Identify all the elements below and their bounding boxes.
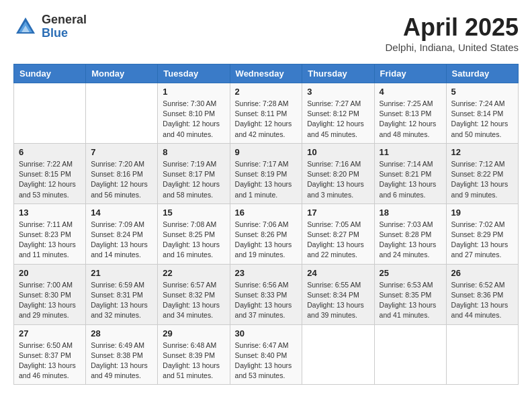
table-row: 7Sunrise: 7:20 AM Sunset: 8:16 PM Daylig… <box>86 143 158 203</box>
table-row: 20Sunrise: 7:00 AM Sunset: 8:30 PM Dayli… <box>14 264 86 324</box>
table-row: 5Sunrise: 7:24 AM Sunset: 8:14 PM Daylig… <box>446 83 518 144</box>
table-row: 26Sunrise: 6:52 AM Sunset: 8:36 PM Dayli… <box>446 264 518 324</box>
calendar-week-row: 27Sunrise: 6:50 AM Sunset: 8:37 PM Dayli… <box>14 324 519 385</box>
day-number: 29 <box>163 328 224 338</box>
day-number: 27 <box>19 328 81 338</box>
table-row: 4Sunrise: 7:25 AM Sunset: 8:13 PM Daylig… <box>374 83 446 144</box>
header-monday: Monday <box>86 64 158 83</box>
day-info: Sunrise: 7:00 AM Sunset: 8:30 PM Dayligh… <box>19 280 81 321</box>
table-row: 15Sunrise: 7:08 AM Sunset: 8:25 PM Dayli… <box>158 203 230 264</box>
logo-general-text: General <box>42 13 87 27</box>
calendar-week-row: 13Sunrise: 7:11 AM Sunset: 8:23 PM Dayli… <box>14 203 519 264</box>
day-info: Sunrise: 7:14 AM Sunset: 8:21 PM Dayligh… <box>380 159 441 200</box>
table-row: 16Sunrise: 7:06 AM Sunset: 8:26 PM Dayli… <box>230 203 302 264</box>
day-number: 19 <box>451 208 513 218</box>
day-number: 20 <box>19 268 81 278</box>
table-row: 3Sunrise: 7:27 AM Sunset: 8:12 PM Daylig… <box>302 83 374 144</box>
day-number: 12 <box>451 147 513 157</box>
day-info: Sunrise: 7:24 AM Sunset: 8:14 PM Dayligh… <box>451 99 513 140</box>
day-number: 26 <box>451 268 513 278</box>
day-info: Sunrise: 7:25 AM Sunset: 8:13 PM Dayligh… <box>380 99 441 140</box>
day-number: 18 <box>380 208 441 218</box>
table-row <box>302 324 374 385</box>
logo-icon <box>13 15 38 39</box>
day-number: 30 <box>235 328 298 338</box>
day-number: 4 <box>380 87 441 97</box>
day-number: 1 <box>163 87 224 97</box>
day-number: 22 <box>163 268 224 278</box>
header-wednesday: Wednesday <box>230 64 302 83</box>
logo-blue-text: Blue <box>42 27 87 40</box>
table-row: 18Sunrise: 7:03 AM Sunset: 8:28 PM Dayli… <box>374 203 446 264</box>
calendar-location: Delphi, Indiana, United States <box>386 42 519 53</box>
day-number: 8 <box>163 147 224 157</box>
day-info: Sunrise: 6:49 AM Sunset: 8:38 PM Dayligh… <box>91 340 152 381</box>
day-info: Sunrise: 7:11 AM Sunset: 8:23 PM Dayligh… <box>19 220 81 261</box>
table-row <box>374 324 446 385</box>
table-row: 6Sunrise: 7:22 AM Sunset: 8:15 PM Daylig… <box>14 143 86 203</box>
calendar-table: Sunday Monday Tuesday Wednesday Thursday… <box>13 64 519 385</box>
day-number: 2 <box>235 87 298 97</box>
day-info: Sunrise: 7:16 AM Sunset: 8:20 PM Dayligh… <box>307 159 369 200</box>
table-row: 30Sunrise: 6:47 AM Sunset: 8:40 PM Dayli… <box>230 324 302 385</box>
day-info: Sunrise: 7:20 AM Sunset: 8:16 PM Dayligh… <box>91 159 152 200</box>
day-info: Sunrise: 7:05 AM Sunset: 8:27 PM Dayligh… <box>307 220 369 261</box>
day-number: 9 <box>235 147 298 157</box>
table-row: 13Sunrise: 7:11 AM Sunset: 8:23 PM Dayli… <box>14 203 86 264</box>
day-info: Sunrise: 6:52 AM Sunset: 8:36 PM Dayligh… <box>451 280 513 321</box>
day-number: 13 <box>19 208 81 218</box>
table-row: 17Sunrise: 7:05 AM Sunset: 8:27 PM Dayli… <box>302 203 374 264</box>
header-tuesday: Tuesday <box>158 64 230 83</box>
day-info: Sunrise: 7:09 AM Sunset: 8:24 PM Dayligh… <box>91 220 152 261</box>
table-row: 8Sunrise: 7:19 AM Sunset: 8:17 PM Daylig… <box>158 143 230 203</box>
table-row <box>14 83 86 144</box>
day-info: Sunrise: 7:02 AM Sunset: 8:29 PM Dayligh… <box>451 220 513 261</box>
day-info: Sunrise: 7:08 AM Sunset: 8:25 PM Dayligh… <box>163 220 224 261</box>
day-number: 3 <box>307 87 369 97</box>
table-row: 25Sunrise: 6:53 AM Sunset: 8:35 PM Dayli… <box>374 264 446 324</box>
logo: General Blue <box>13 13 87 40</box>
day-number: 25 <box>380 268 441 278</box>
weekday-header-row: Sunday Monday Tuesday Wednesday Thursday… <box>14 64 519 83</box>
table-row: 11Sunrise: 7:14 AM Sunset: 8:21 PM Dayli… <box>374 143 446 203</box>
day-number: 16 <box>235 208 298 218</box>
table-row: 10Sunrise: 7:16 AM Sunset: 8:20 PM Dayli… <box>302 143 374 203</box>
day-number: 28 <box>91 328 152 338</box>
day-number: 23 <box>235 268 298 278</box>
day-info: Sunrise: 7:19 AM Sunset: 8:17 PM Dayligh… <box>163 159 224 200</box>
day-number: 5 <box>451 87 513 97</box>
table-row: 23Sunrise: 6:56 AM Sunset: 8:33 PM Dayli… <box>230 264 302 324</box>
day-number: 10 <box>307 147 369 157</box>
header-saturday: Saturday <box>446 64 518 83</box>
day-info: Sunrise: 6:57 AM Sunset: 8:32 PM Dayligh… <box>163 280 224 321</box>
day-info: Sunrise: 6:47 AM Sunset: 8:40 PM Dayligh… <box>235 340 298 381</box>
table-row: 28Sunrise: 6:49 AM Sunset: 8:38 PM Dayli… <box>86 324 158 385</box>
table-row: 29Sunrise: 6:48 AM Sunset: 8:39 PM Dayli… <box>158 324 230 385</box>
calendar-title: April 2025 <box>386 13 519 42</box>
title-block: April 2025 Delphi, Indiana, United State… <box>386 13 519 53</box>
day-number: 6 <box>19 147 81 157</box>
table-row <box>86 83 158 144</box>
day-info: Sunrise: 6:55 AM Sunset: 8:34 PM Dayligh… <box>307 280 369 321</box>
day-number: 21 <box>91 268 152 278</box>
day-info: Sunrise: 7:28 AM Sunset: 8:11 PM Dayligh… <box>235 99 298 140</box>
logo-text: General Blue <box>42 13 87 40</box>
page-header: General Blue April 2025 Delphi, Indiana,… <box>13 13 519 53</box>
table-row: 9Sunrise: 7:17 AM Sunset: 8:19 PM Daylig… <box>230 143 302 203</box>
table-row: 19Sunrise: 7:02 AM Sunset: 8:29 PM Dayli… <box>446 203 518 264</box>
day-info: Sunrise: 7:12 AM Sunset: 8:22 PM Dayligh… <box>451 159 513 200</box>
day-info: Sunrise: 7:06 AM Sunset: 8:26 PM Dayligh… <box>235 220 298 261</box>
day-info: Sunrise: 7:22 AM Sunset: 8:15 PM Dayligh… <box>19 159 81 200</box>
day-info: Sunrise: 7:27 AM Sunset: 8:12 PM Dayligh… <box>307 99 369 140</box>
day-info: Sunrise: 7:30 AM Sunset: 8:10 PM Dayligh… <box>163 99 224 140</box>
day-number: 24 <box>307 268 369 278</box>
header-thursday: Thursday <box>302 64 374 83</box>
calendar-week-row: 1Sunrise: 7:30 AM Sunset: 8:10 PM Daylig… <box>14 83 519 144</box>
day-info: Sunrise: 7:17 AM Sunset: 8:19 PM Dayligh… <box>235 159 298 200</box>
day-info: Sunrise: 6:48 AM Sunset: 8:39 PM Dayligh… <box>163 340 224 381</box>
table-row: 12Sunrise: 7:12 AM Sunset: 8:22 PM Dayli… <box>446 143 518 203</box>
calendar-week-row: 20Sunrise: 7:00 AM Sunset: 8:30 PM Dayli… <box>14 264 519 324</box>
table-row: 14Sunrise: 7:09 AM Sunset: 8:24 PM Dayli… <box>86 203 158 264</box>
table-row: 21Sunrise: 6:59 AM Sunset: 8:31 PM Dayli… <box>86 264 158 324</box>
day-number: 14 <box>91 208 152 218</box>
